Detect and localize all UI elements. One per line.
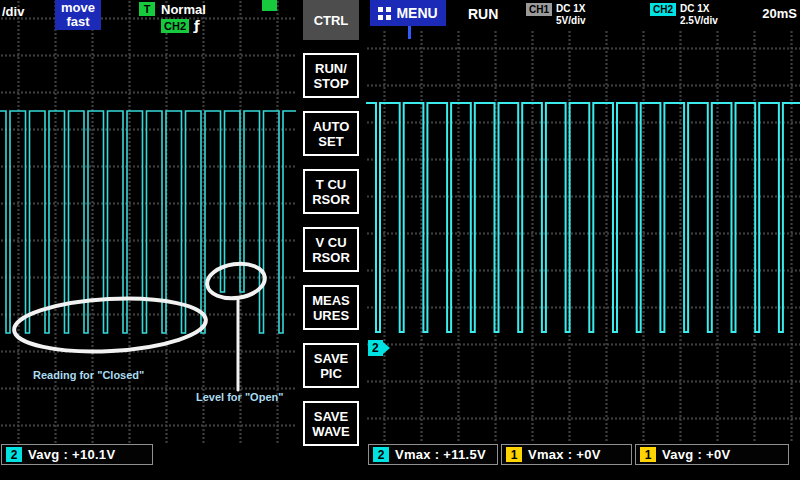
ch1-scale-label: 5V/div	[556, 15, 585, 27]
vavg-value: Vavg : +10.1V	[28, 447, 115, 462]
channel1-badge: 1	[640, 447, 656, 462]
menu-button[interactable]: MENU	[370, 0, 446, 26]
menu-item-measures[interactable]: MEAS URES	[303, 285, 359, 330]
open-level-label: Level for "Open"	[196, 391, 283, 403]
timebase-readout: 20mS	[762, 6, 797, 21]
trigger-source-badge[interactable]: CH2	[161, 19, 189, 33]
ch2-vavg-readout: 2 Vavg : +10.1V	[1, 444, 153, 465]
ch2-coupling-label: DC 1X	[680, 3, 718, 15]
vavg-ch1-value: Vavg : +0V	[662, 447, 730, 462]
menu-item-save-pic[interactable]: SAVE PIC	[303, 343, 359, 388]
right-graticule	[366, 30, 800, 443]
ch1-vavg-readout: 1 Vavg : +0V	[635, 444, 789, 465]
menu-item-save-wave[interactable]: SAVE WAVE	[303, 401, 359, 446]
ch2-settings[interactable]: CH2 DC 1X 2.5V/div	[650, 3, 718, 27]
side-menu: CTRL RUN/ STOP AUTO SET T CU RSOR V CU R…	[296, 0, 366, 480]
ch1-vmax-readout: 1 Vmax : +0V	[501, 444, 632, 465]
channel2-badge: 2	[6, 447, 22, 462]
menu-button-label: MENU	[396, 5, 437, 21]
ch2-scale-label: 2.5V/div	[680, 15, 718, 27]
ch2-marker-label: 2	[368, 340, 383, 356]
menu-item-t-cursor[interactable]: T CU RSOR	[303, 169, 359, 214]
menu-item-ctrl[interactable]: CTRL	[303, 0, 359, 40]
status-indicator-icon	[262, 0, 277, 11]
trigger-mode-label: Normal	[161, 2, 206, 17]
closed-reading-label: Reading for "Closed"	[33, 369, 144, 381]
channel2-badge: 2	[373, 447, 389, 462]
trigger-position-marker[interactable]	[408, 26, 411, 39]
menu-item-v-cursor[interactable]: V CU RSOR	[303, 227, 359, 272]
run-status-label: RUN	[468, 6, 498, 22]
ch1-coupling-label: DC 1X	[556, 3, 585, 15]
trigger-settings: Normal CH2 ƒ	[161, 2, 206, 33]
right-top-bar: MENU RUN CH1 DC 1X 5V/div CH2 DC 1X 2.5V…	[366, 0, 800, 30]
channel1-badge: 1	[506, 447, 522, 462]
trigger-indicator-badge[interactable]: T	[139, 2, 155, 16]
menu-item-run-stop[interactable]: RUN/ STOP	[303, 53, 359, 98]
trigger-status[interactable]: T Normal CH2 ƒ	[139, 2, 206, 33]
vdiv-readout: /div	[2, 4, 24, 19]
right-scope-panel: MENU RUN CH1 DC 1X 5V/div CH2 DC 1X 2.5V…	[366, 0, 800, 480]
vmax-ch1-value: Vmax : +0V	[528, 447, 601, 462]
left-scope-panel: Reading for "Closed" Level for "Open" /d…	[0, 0, 296, 480]
move-fast-button[interactable]: move fast	[55, 0, 101, 30]
menu-item-auto-set[interactable]: AUTO SET	[303, 111, 359, 156]
marker-arrow-icon	[383, 342, 390, 354]
menu-grid-icon	[378, 7, 391, 20]
ch1-settings[interactable]: CH1 DC 1X 5V/div	[526, 3, 585, 27]
measurement-readouts: 2 Vmax : +11.5V 1 Vmax : +0V 1 Vavg : +0…	[368, 444, 789, 465]
trigger-edge-icon: ƒ	[194, 18, 200, 33]
ch2-badge[interactable]: CH2	[650, 3, 676, 16]
ch2-position-marker[interactable]: 2	[368, 340, 390, 356]
ch1-badge[interactable]: CH1	[526, 3, 552, 16]
oscilloscope-screen: Reading for "Closed" Level for "Open" /d…	[0, 0, 800, 480]
ch2-vmax-readout: 2 Vmax : +11.5V	[368, 444, 498, 465]
vmax-ch2-value: Vmax : +11.5V	[395, 447, 486, 462]
